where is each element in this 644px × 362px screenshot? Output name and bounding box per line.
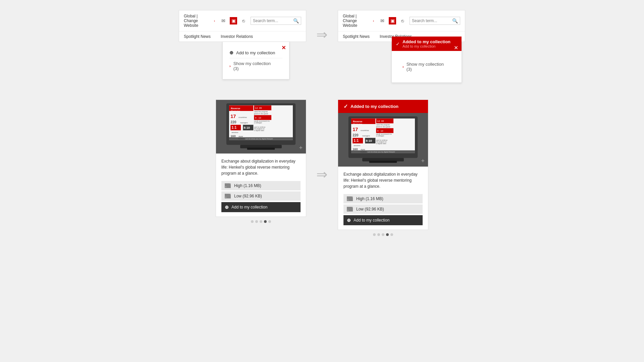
right-navbar-block: Global | Change Website › ✉ ▣ ⎋ 🔍 [338,10,465,83]
add-to-collection-btn[interactable]: ⊕ Add to my collection [221,202,301,212]
left-navbar-block: Global | Change Website › ✉ ▣ ⎋ 🔍 [179,10,306,79]
show-label-added: Show my collection [407,62,444,67]
svg-text:rated the program: rated the program [376,124,390,126]
add-icon: ⊕ [229,50,233,55]
add-label: Add to my collection [236,50,275,55]
search-box-left: 🔍 [251,17,301,25]
left-card-wrapper: Reverse Mentoring 12. 95 rated the progr… [216,100,306,226]
show-collection-added-item[interactable]: › Show my collection (3) [402,59,451,74]
added-header: ✓ Added to my collection Add to my colle… [392,37,462,51]
high-label: High (1.16 MB) [234,183,261,188]
dot-added-4[interactable] [386,233,389,236]
show-label: Show my collection [233,61,271,66]
dot-added-1[interactable] [373,233,376,236]
svg-text:a colleague: a colleague [376,135,384,137]
add-to-collection-btn-added[interactable]: ⊕ Add to my collection [343,215,423,225]
svg-text:rated the program: rated the program [254,111,268,113]
card-image-normal: Reverse Mentoring 12. 95 rated the progr… [216,100,306,154]
dots-normal [216,217,306,226]
svg-text:17: 17 [353,127,358,132]
dot-5[interactable] [268,220,271,223]
low-label-added: Low (92.96 KB) [356,207,384,212]
low-download-btn[interactable]: ≡ Low (92.96 KB) [221,191,301,201]
bottom-arrow: ⇒ [316,167,328,182]
dot-4[interactable] [264,220,267,223]
dot-2[interactable] [255,220,258,223]
laptop-svg-normal: Reverse Mentoring 12. 95 rated the progr… [216,100,306,154]
high-download-btn-added[interactable]: ≡ High (1.16 MB) [343,194,423,203]
svg-text:8:10: 8:10 [244,126,250,129]
nav-icons-right: ✉ ▣ ⎋ [379,17,406,24]
navbar-left: Global | Change Website › ✉ ▣ ⎋ 🔍 [179,10,306,42]
nav-investor-left[interactable]: Investor Relations [221,34,253,39]
svg-text:8:10: 8:10 [366,139,372,142]
mail-icon-right[interactable]: ✉ [379,17,386,24]
dropdown-added-body: › Show my collection (3) [398,55,455,77]
search-icon-left: 🔍 [293,18,299,23]
dot-added-5[interactable] [390,233,393,236]
search-input-left[interactable] [253,18,293,23]
show-collection-item[interactable]: › Show my collection (3) [229,58,282,74]
dot-added-3[interactable] [382,233,384,236]
high-download-btn[interactable]: ≡ High (1.16 MB) [221,181,301,190]
card-plus-added[interactable]: + [421,158,425,165]
top-row: Global | Change Website › ✉ ▣ ⎋ 🔍 [179,10,465,83]
share-icon-left[interactable]: ⎋ [240,17,247,24]
svg-text:9 : 10: 9 : 10 [255,116,261,119]
collection-icon-right[interactable]: ▣ [389,17,396,24]
nav-spotlight-left[interactable]: Spotlight News [184,34,211,39]
dropdown-added-close[interactable]: ✕ [454,45,458,51]
show-collection-added-text: Show my collection (3) [407,62,444,72]
dropdown-close-btn[interactable]: ✕ [281,45,286,51]
dot-3[interactable] [260,220,262,223]
added-label: Added to my collection [402,39,450,44]
add-btn-label-added: Add to my collection [354,218,389,223]
svg-text:sessions: sessions [231,131,238,133]
chevron-right: › [373,19,374,23]
low-download-btn-added[interactable]: ≡ Low (92.96 KB) [343,204,423,214]
card-plus-normal[interactable]: + [299,144,303,152]
card-image-added: Reverse Mentoring 12. 95 rated the progr… [338,113,428,167]
global-label-right: Global | Change Website › [343,14,374,28]
search-box-right: 🔍 [410,17,460,25]
svg-text:17: 17 [230,114,236,119]
svg-text:countries: countries [361,129,369,131]
file-icon-high: ≡ [225,183,231,188]
mail-icon-left[interactable]: ✉ [220,17,227,24]
dot-added-2[interactable] [377,233,380,236]
page-wrapper: Global | Change Website › ✉ ▣ ⎋ 🔍 [0,0,644,362]
dropdown-normal: ✕ ⊕ Add to my collection › Show my colle… [222,42,289,79]
svg-text:managers: managers [362,135,370,137]
card-normal: Reverse Mentoring 12. 95 rated the progr… [216,100,306,217]
nav-spotlight-right[interactable]: Spotlight News [343,34,370,39]
svg-text:1:1: 1:1 [231,126,236,129]
svg-text:a colleague: a colleague [254,122,262,124]
collection-icon-left[interactable]: ▣ [230,17,237,24]
svg-text:220: 220 [230,120,236,124]
dot-1[interactable] [251,220,254,223]
add-to-collection-item[interactable]: ⊕ Add to my collection [229,47,282,58]
add-btn-icon: ⊕ [225,204,229,210]
left-top-section: Global | Change Website › ✉ ▣ ⎋ 🔍 [179,10,465,83]
svg-text:a regular basis: a regular basis [376,143,386,144]
card-body-added: Exchange about digitalization in everyda… [338,167,428,230]
svg-text:countries: countries [238,116,247,118]
card-title-normal: Exchange about digitalization in everyda… [221,158,301,176]
show-count: (3) [233,66,239,71]
file-icon-low-added: ≡ [347,207,353,212]
svg-rect-32 [247,147,275,149]
added-banner: ✓ Added to my collection [338,100,428,113]
svg-text:12. 95: 12. 95 [377,120,384,123]
top-arrow: ⇒ [316,27,328,42]
low-label: Low (92.96 KB) [234,194,262,198]
share-icon-right[interactable]: ⎋ [399,17,406,24]
show-count-added: (3) [407,67,412,72]
search-input-right[interactable] [412,18,452,23]
svg-text:1:1: 1:1 [354,139,359,142]
card-added: ✓ Added to my collection Reverse Mentori… [338,100,428,230]
navbar-nav-left: Spotlight News Investor Relations [179,32,306,42]
chevron-show-added-icon: › [402,65,404,69]
chevron-left: › [214,19,215,23]
global-label-left: Global | Change Website › [184,14,215,28]
add-btn-label: Add to my collection [231,205,267,209]
